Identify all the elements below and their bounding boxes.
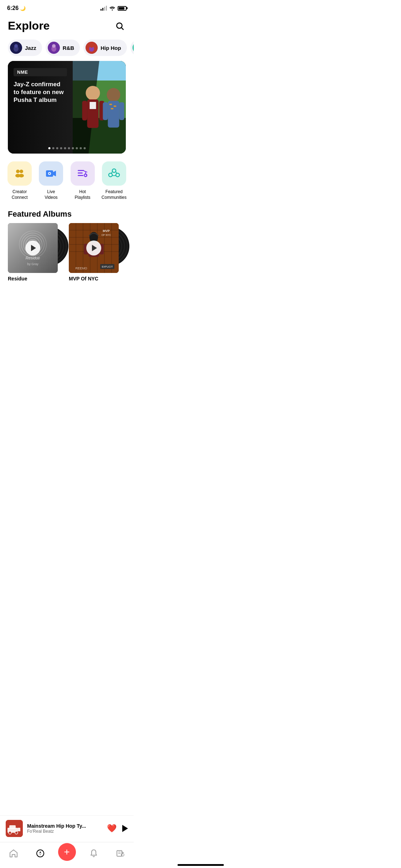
people-icon	[13, 167, 26, 180]
svg-text:by Gray: by Gray	[27, 262, 38, 266]
svg-point-24	[107, 88, 120, 102]
genre-pill-rnb[interactable]: R&B	[46, 40, 80, 56]
featured-communities-label: FeaturedCommunities	[102, 189, 127, 200]
svg-rect-39	[78, 172, 83, 174]
hero-background: NME Jay-Z confirmed to feature on new Pu…	[8, 61, 126, 154]
genre-pill-jazz[interactable]: Jazz	[8, 40, 42, 56]
genre-avatar-rnb	[48, 42, 60, 54]
featured-communities-icon-bg	[102, 161, 126, 186]
svg-point-46	[116, 173, 119, 177]
genre-scroll: Jazz R&B Hip Hop	[0, 36, 134, 61]
hero-banner[interactable]: NME Jay-Z confirmed to feature on new Pu…	[8, 61, 126, 154]
creator-connect-label: CreatorConnect	[12, 189, 28, 200]
svg-point-4	[14, 44, 18, 48]
hero-dot-9	[79, 147, 82, 149]
svg-rect-40	[78, 175, 83, 176]
svg-point-44	[112, 169, 116, 172]
featured-albums-header: Featured Albums	[0, 204, 134, 223]
status-time: 6:26	[7, 5, 19, 11]
genre-avatar-jazz	[10, 42, 22, 54]
search-button[interactable]	[114, 20, 126, 32]
play-button-mvp[interactable]	[86, 241, 101, 255]
svg-text:Residue: Residue	[26, 256, 40, 260]
svg-text:MVP: MVP	[103, 229, 110, 233]
header: Explore	[0, 14, 134, 36]
album-cover-mvp: MVP OF NYC EXPLICIT REEMO	[69, 223, 119, 273]
quick-action-creator-connect[interactable]: CreatorConnect	[6, 161, 34, 200]
quick-action-featured-communities[interactable]: FeaturedCommunities	[100, 161, 128, 200]
album-card-mvp[interactable]: MVP OF NYC EXPLICIT REEMO MVP Of NYC	[69, 223, 124, 281]
hero-dot-3	[56, 147, 58, 149]
svg-point-19	[86, 86, 100, 100]
hero-dot-1	[48, 147, 50, 149]
quick-actions-grid: CreatorConnect LiveVideos	[0, 154, 134, 204]
hero-dot-7	[72, 147, 74, 149]
wifi-icon	[109, 6, 115, 11]
hero-dot-5	[64, 147, 66, 149]
hero-dot-4	[60, 147, 62, 149]
genre-avatar-hiphop	[86, 42, 98, 54]
genre-pill-hiphop[interactable]: Hip Hop	[83, 40, 127, 56]
creator-connect-icon-bg	[7, 161, 32, 186]
genre-label-jazz: Jazz	[25, 45, 36, 51]
svg-rect-29	[114, 105, 117, 107]
hot-playlists-icon-bg	[71, 161, 95, 186]
hero-image	[73, 61, 126, 154]
svg-point-45	[109, 173, 112, 177]
quick-action-hot-playlists[interactable]: HotPlaylists	[69, 161, 97, 200]
live-videos-label: LiveVideos	[45, 189, 57, 200]
moon-icon: 🌙	[20, 6, 26, 11]
genre-avatar-pop	[133, 42, 134, 54]
play-button-residue[interactable]	[25, 241, 40, 255]
svg-point-34	[19, 174, 24, 177]
svg-rect-26	[103, 102, 108, 120]
community-icon	[108, 167, 120, 180]
svg-line-47	[111, 172, 112, 174]
live-videos-icon-bg	[39, 161, 63, 186]
svg-line-1	[122, 27, 123, 29]
albums-scroll: Residue by Gray Residue	[0, 223, 134, 289]
hero-source-badge: NME	[14, 68, 67, 76]
svg-rect-21	[82, 101, 87, 120]
hero-pagination-dots	[48, 147, 86, 149]
hero-dot-6	[68, 147, 70, 149]
album-cover-residue: Residue by Gray	[8, 223, 58, 273]
svg-point-31	[16, 170, 20, 173]
hero-dot-2	[52, 147, 54, 149]
search-icon	[115, 21, 124, 31]
hero-text-area: NME Jay-Z confirmed to feature on new Pu…	[8, 61, 73, 154]
album-artwork-residue: Residue by Gray	[8, 223, 58, 273]
svg-point-11	[133, 42, 134, 54]
status-bar: 6:26 🌙	[0, 0, 134, 14]
svg-point-32	[20, 170, 23, 173]
genre-label-hiphop: Hip Hop	[101, 45, 121, 51]
quick-action-live-videos[interactable]: LiveVideos	[37, 161, 65, 200]
hot-playlists-label: HotPlaylists	[75, 189, 91, 200]
svg-text:REEMO: REEMO	[75, 267, 87, 270]
svg-point-37	[49, 173, 50, 174]
album-title-mvp: MVP Of NYC	[69, 276, 124, 281]
album-title-residue: Residue	[8, 276, 63, 281]
svg-rect-38	[78, 170, 84, 171]
genre-pill-pop[interactable]: Po...	[130, 40, 134, 56]
hero-dot-8	[76, 147, 78, 149]
signal-icon	[101, 6, 107, 11]
svg-rect-23	[90, 102, 96, 109]
album-card-residue[interactable]: Residue by Gray Residue	[8, 223, 63, 281]
video-icon	[45, 167, 57, 180]
album-artwork-mvp: MVP OF NYC EXPLICIT REEMO	[69, 223, 119, 273]
svg-text:EXPLICIT: EXPLICIT	[102, 265, 113, 268]
svg-point-10	[90, 44, 93, 48]
hero-headline: Jay-Z confirmed to feature on new Pusha …	[14, 81, 67, 104]
svg-rect-30	[111, 108, 114, 109]
svg-rect-27	[119, 102, 124, 120]
hero-dot-10	[83, 147, 86, 149]
svg-rect-28	[109, 104, 112, 105]
battery-icon	[118, 6, 127, 11]
page-title: Explore	[8, 19, 50, 32]
svg-line-43	[84, 171, 87, 172]
svg-text:OF NYC: OF NYC	[102, 234, 111, 236]
svg-point-7	[52, 44, 56, 48]
svg-line-48	[116, 172, 117, 174]
genre-label-rnb: R&B	[63, 45, 74, 51]
